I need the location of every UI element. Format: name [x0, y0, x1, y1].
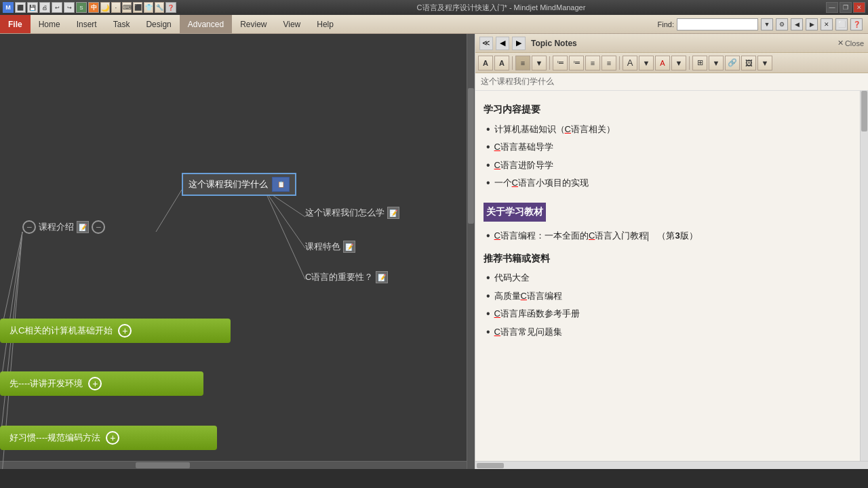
format-table-btn[interactable]: ⊞	[692, 56, 707, 70]
menubar: File Home Insert Task Design Advanced Re…	[0, 15, 868, 34]
svg-line-2	[264, 190, 305, 248]
mindmap-area[interactable]: − 课程介绍 📝 − 这个课程我们学什么 📋 这个课程我们怎么学 📝 课程特色 …	[0, 34, 475, 469]
panel-title: Topic Notes	[528, 39, 835, 48]
green-node-2[interactable]: 先----讲讲开发环境 +	[0, 371, 203, 396]
c-letter-3: C	[494, 160, 500, 170]
format-num-btn[interactable]: ≔	[569, 56, 584, 70]
svg-line-5	[0, 232, 22, 389]
green-node-1-expand[interactable]: +	[118, 324, 132, 338]
find-input[interactable]	[677, 18, 758, 30]
minimize-btn[interactable]: —	[826, 2, 838, 13]
format-image-btn[interactable]: 🖼	[741, 56, 756, 70]
restore-btn[interactable]: ❐	[840, 2, 852, 13]
menu-view[interactable]: View	[275, 15, 309, 33]
menu-insert[interactable]: Insert	[68, 15, 105, 33]
find-next-btn[interactable]: ▶	[806, 18, 818, 30]
redo-btn[interactable]: ↪	[64, 2, 75, 13]
subnode-3-edit-icon[interactable]: 📝	[376, 271, 388, 283]
format-bold-btn[interactable]: A	[494, 56, 509, 70]
subnode-2[interactable]: 课程特色 📝	[305, 241, 355, 253]
panel-close-btn[interactable]: ✕ Close	[837, 39, 864, 47]
format-dropdown-btn[interactable]: ▼	[532, 56, 547, 70]
find-expand-btn[interactable]: ⬜	[835, 18, 848, 30]
text-cursor	[648, 232, 648, 241]
close-btn[interactable]: ✕	[853, 2, 865, 13]
format-align-left-btn[interactable]: ≡	[515, 56, 530, 70]
save-btn[interactable]: 💾	[27, 2, 38, 13]
menu-advanced[interactable]: Advanced	[180, 15, 232, 33]
list-item-1: • 计算机基础知识（C语言相关）	[486, 122, 860, 137]
find-options-btn[interactable]: ⚙	[776, 18, 788, 30]
toolbar-btn4[interactable]: ⬛	[133, 2, 142, 13]
format-highlight-dropdown-btn[interactable]: ▼	[639, 56, 654, 70]
format-outdent-btn[interactable]: ≡	[601, 56, 616, 70]
toolbar-btn6[interactable]: 🔧	[155, 2, 164, 13]
toolbar-btn2[interactable]: ·	[111, 2, 121, 13]
parent-minus-btn[interactable]: −	[92, 220, 105, 234]
panel-forward-btn[interactable]: ▶	[512, 37, 526, 50]
undo-btn[interactable]: ↩	[52, 2, 62, 13]
notes-scrollbar-thumb[interactable]	[861, 91, 867, 131]
notes-h-scrollbar[interactable]	[475, 461, 868, 469]
section-3-title: 推荐书籍或资料	[484, 251, 860, 267]
find-close-btn[interactable]: ✕	[821, 18, 833, 30]
notes-h-scrollbar-thumb[interactable]	[477, 463, 504, 468]
central-node[interactable]: 这个课程我们学什么 📋	[182, 173, 296, 196]
format-bullet-btn[interactable]: ≔	[553, 56, 568, 70]
scrollbar-thumb[interactable]	[468, 88, 474, 224]
toolbar-btn5[interactable]: 👕	[144, 2, 153, 13]
subnode-2-edit-icon[interactable]: 📝	[343, 241, 355, 253]
notes-title-bar: 这个课程我们学什么	[475, 73, 868, 91]
collapse-btn[interactable]: −	[22, 220, 36, 234]
horizontal-scrollbar[interactable]	[0, 461, 467, 469]
menu-task[interactable]: Task	[105, 15, 138, 33]
window-title: C语言及程序设计快速入门* - Mindjet MindManager	[176, 3, 826, 13]
svg-line-3	[264, 190, 305, 279]
find-prev-btn[interactable]: ◀	[791, 18, 803, 30]
menu-help[interactable]: Help	[309, 15, 342, 33]
format-color-dropdown-btn[interactable]: ▼	[671, 56, 686, 70]
format-font-btn[interactable]: A	[478, 56, 493, 70]
menu-design[interactable]: Design	[138, 15, 179, 33]
format-more-btn[interactable]: ▼	[757, 56, 772, 70]
subnode-3[interactable]: C语言的重要性？ 📝	[305, 271, 388, 283]
list-item-4: • 一个C语言小项目的实现	[486, 176, 860, 190]
menu-home[interactable]: Home	[31, 15, 68, 33]
green-node-2-expand[interactable]: +	[88, 377, 102, 390]
list-item-4-text: 一个C语言小项目的实现	[494, 176, 589, 190]
subnode-1-edit-icon[interactable]: 📝	[387, 207, 399, 219]
format-table-dropdown-btn[interactable]: ▼	[709, 56, 724, 70]
parent-node[interactable]: − 课程介绍 📝 −	[22, 220, 105, 234]
toolbar-sep-3	[619, 56, 620, 70]
close-x-icon: ✕	[837, 39, 844, 47]
menu-review[interactable]: Review	[232, 15, 275, 33]
c-letter-4: C	[494, 230, 500, 241]
list-item-1-text: 计算机基础知识（C语言相关）	[494, 122, 615, 137]
green-node-3[interactable]: 好习惯----规范编码方法 +	[0, 426, 217, 450]
format-link-btn[interactable]: 🔗	[725, 56, 740, 70]
horizontal-scrollbar-thumb[interactable]	[136, 462, 190, 468]
toolbar-btn3[interactable]: ⌨	[122, 2, 132, 13]
panel-collapse-btn[interactable]: ≪	[479, 37, 493, 50]
section-3-wrapper: 推荐书籍或资料	[484, 251, 860, 267]
format-indent-btn[interactable]: ≡	[585, 56, 600, 70]
green-node-3-expand[interactable]: +	[106, 431, 119, 445]
subnode-1[interactable]: 这个课程我们怎么学 📝	[305, 207, 399, 219]
notes-scrollbar[interactable]	[860, 91, 868, 461]
format-color-btn[interactable]: A	[655, 56, 670, 70]
panel-back-btn[interactable]: ◀	[496, 37, 509, 50]
app-icon: M	[3, 2, 14, 13]
parent-node-edit-icon[interactable]: 📝	[77, 221, 89, 233]
find-help-btn[interactable]: ❓	[850, 18, 863, 30]
toolbar-btn1[interactable]: 🌙	[100, 2, 110, 13]
help-btn[interactable]: ❓	[165, 2, 176, 13]
format-highlight-btn[interactable]: A	[623, 56, 637, 70]
list-item-8: • C语言库函数参考手册	[486, 306, 860, 321]
find-dropdown-btn[interactable]: ▼	[761, 18, 773, 30]
quick-access-btn[interactable]: ⬛	[15, 2, 26, 13]
vertical-scrollbar[interactable]	[467, 34, 475, 469]
quick-print-btn[interactable]: 🖨	[39, 2, 50, 13]
menu-file[interactable]: File	[0, 15, 31, 33]
green-node-1[interactable]: 从C相关的计算机基础开始 +	[0, 319, 231, 343]
central-node-icon: 📋	[272, 177, 290, 192]
